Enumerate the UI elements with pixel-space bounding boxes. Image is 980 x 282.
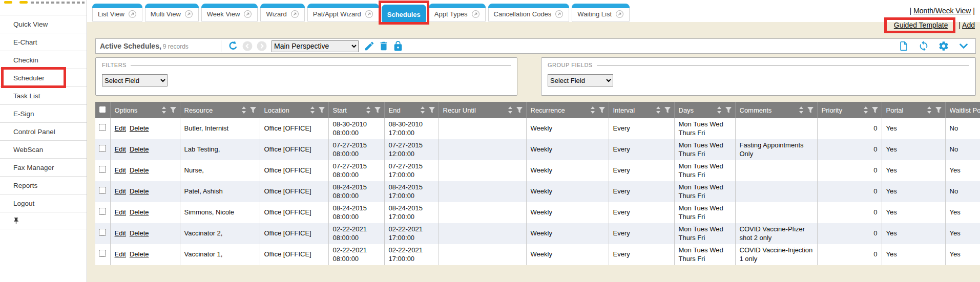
cell-priority: 0 — [817, 202, 882, 223]
sort-icon[interactable] — [366, 106, 371, 114]
row-checkbox[interactable] — [99, 208, 106, 215]
cell-days: Mon Tues Wed Thurs Fri — [674, 139, 735, 160]
edit-link[interactable]: Edit — [115, 229, 126, 237]
column-header-options: Options — [110, 102, 180, 118]
next-circle-icon[interactable] — [256, 40, 267, 52]
sidebar-item-control-panel[interactable]: Control Panel — [0, 123, 87, 141]
tab-waiting-list[interactable]: Waiting List — [572, 4, 630, 22]
new-document-icon[interactable] — [898, 40, 909, 52]
row-checkbox[interactable] — [99, 145, 106, 152]
edit-link[interactable]: Edit — [115, 145, 126, 153]
sort-icon[interactable] — [927, 106, 932, 114]
sort-icon[interactable] — [241, 106, 246, 114]
edit-link[interactable]: Edit — [115, 124, 126, 132]
row-checkbox[interactable] — [99, 229, 106, 236]
sort-icon[interactable] — [799, 106, 804, 114]
sidebar-item-label: Logout — [13, 200, 34, 207]
sidebar-item-task-list[interactable]: Task List — [0, 87, 87, 105]
filter-funnel-icon[interactable] — [428, 106, 435, 114]
cell-location: Office [OFFICE] — [260, 202, 328, 223]
sort-icon[interactable] — [863, 106, 868, 114]
chevron-down-icon[interactable] — [958, 40, 969, 52]
trash-icon[interactable] — [378, 40, 389, 52]
cell-location: Office [OFFICE] — [260, 118, 328, 139]
filter-funnel-icon[interactable] — [598, 106, 606, 114]
cell-location: Office [OFFICE] — [260, 160, 328, 181]
filter-funnel-icon[interactable] — [249, 106, 257, 114]
guided-template-link[interactable]: Guided Template — [894, 21, 948, 29]
pencil-icon[interactable] — [364, 40, 375, 52]
prev-circle-icon[interactable] — [242, 40, 253, 52]
column-header-interval: Interval — [609, 102, 674, 118]
column-header-resource: Resource — [180, 102, 260, 118]
sidebar-item-fax-manager[interactable]: Fax Manager — [0, 159, 87, 177]
sidebar-item-e-chart[interactable]: E-Chart — [0, 33, 87, 51]
sidebar-item-label: Checkin — [13, 56, 38, 64]
delete-link[interactable]: Delete — [130, 208, 149, 216]
delete-link[interactable]: Delete — [130, 250, 149, 258]
filter-funnel-icon[interactable] — [935, 106, 942, 114]
delete-link[interactable]: Delete — [130, 229, 149, 237]
sidebar-item-reports[interactable]: Reports — [0, 177, 87, 194]
group-fields-select[interactable]: Select Field — [548, 74, 613, 86]
select-all-checkbox[interactable] — [99, 106, 106, 113]
delete-link[interactable]: Delete — [130, 124, 149, 132]
filter-funnel-icon[interactable] — [374, 106, 381, 114]
sort-icon[interactable] — [508, 106, 513, 114]
filter-funnel-icon[interactable] — [807, 106, 814, 114]
sidebar-item-quick-view[interactable]: Quick View — [0, 15, 87, 33]
undo-icon[interactable] — [227, 40, 239, 52]
edit-link[interactable]: Edit — [115, 208, 126, 216]
tab-appt-types[interactable]: Appt Types — [429, 4, 486, 22]
tab-list-view[interactable]: List View — [92, 4, 142, 22]
tab-week-view[interactable]: Week View — [201, 4, 258, 22]
cell-location: Office [OFFICE] — [260, 139, 328, 160]
perspective-select[interactable]: Main Perspective — [272, 40, 359, 52]
edit-link[interactable]: Edit — [115, 250, 126, 258]
sidebar-item-checkin[interactable]: Checkin — [0, 51, 87, 69]
filter-funnel-icon[interactable] — [871, 106, 879, 114]
cell-end: 07-27-2015 12:00:00 — [384, 139, 439, 160]
lock-icon[interactable] — [392, 40, 404, 52]
filters-field-select[interactable]: Select Field — [102, 74, 168, 86]
sort-icon[interactable] — [161, 106, 166, 114]
tab-wizard[interactable]: Wizard — [260, 4, 304, 22]
divider — [131, 66, 511, 66]
filter-funnel-icon[interactable] — [664, 106, 671, 114]
tab-body: Schedules — [382, 9, 426, 21]
filter-funnel-icon[interactable] — [318, 106, 325, 114]
row-checkbox[interactable] — [99, 166, 106, 173]
edit-link[interactable]: Edit — [115, 187, 126, 195]
edit-link[interactable]: Edit — [115, 166, 126, 174]
month-week-view-link[interactable]: Month/Week View — [913, 7, 971, 15]
sort-icon[interactable] — [656, 106, 661, 114]
cell-comments: COVID Vaccine-Pfizer shot 2 only — [735, 223, 817, 244]
filter-funnel-icon[interactable] — [170, 106, 177, 114]
column-header-controls — [508, 106, 524, 114]
row-checkbox[interactable] — [99, 124, 106, 131]
sort-icon[interactable] — [717, 106, 722, 114]
sidebar-item-logout[interactable]: Logout — [0, 194, 87, 212]
delete-link[interactable]: Delete — [130, 166, 149, 174]
row-checkbox[interactable] — [99, 187, 106, 194]
sort-icon[interactable] — [420, 106, 425, 114]
sidebar-item-scheduler[interactable]: Scheduler — [0, 69, 87, 87]
sort-icon[interactable] — [310, 106, 315, 114]
sidebar-item-webscan[interactable]: WebScan — [0, 141, 87, 159]
delete-link[interactable]: Delete — [130, 187, 149, 195]
tab-schedules[interactable]: Schedules — [382, 5, 426, 22]
filter-funnel-icon[interactable] — [516, 106, 523, 114]
sidebar-pin-button[interactable] — [0, 212, 87, 229]
tab-cancellation-codes[interactable]: Cancellation Codes — [488, 4, 570, 22]
refresh-icon[interactable] — [918, 40, 929, 52]
cell-options: EditDelete — [110, 181, 180, 202]
row-checkbox[interactable] — [99, 250, 106, 257]
tab-multi-view[interactable]: Multi View — [145, 4, 199, 22]
add-link[interactable]: Add — [962, 21, 975, 29]
gear-icon[interactable] — [938, 40, 949, 52]
sidebar-item-e-sign[interactable]: E-Sign — [0, 105, 87, 123]
filter-funnel-icon[interactable] — [725, 106, 732, 114]
delete-link[interactable]: Delete — [130, 145, 149, 153]
sort-icon[interactable] — [590, 106, 595, 114]
tab-pat-appt-wizard[interactable]: Pat/Appt Wizard — [307, 4, 379, 22]
